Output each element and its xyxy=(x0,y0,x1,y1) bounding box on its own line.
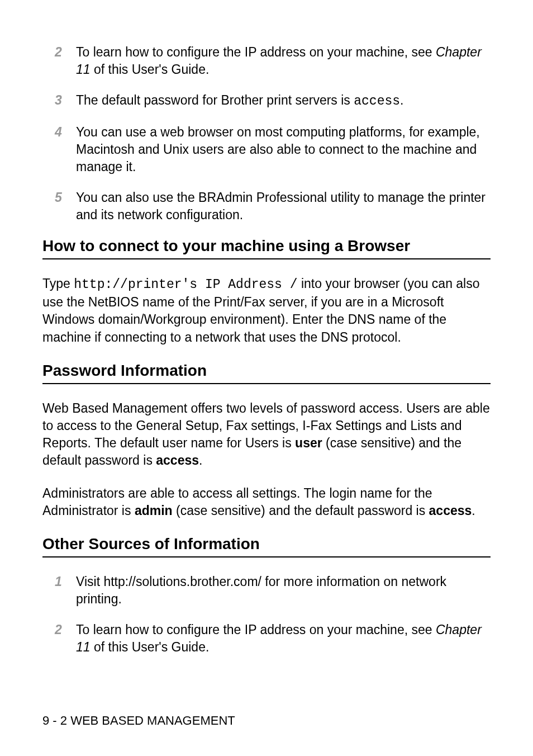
text-fragment: Type xyxy=(42,276,74,291)
list-number: 1 xyxy=(55,573,72,608)
list-item: 5 You can also use the BRAdmin Professio… xyxy=(55,189,491,224)
text-fragment: To learn how to configure the IP address… xyxy=(76,622,436,637)
text-fragment: . xyxy=(400,93,403,107)
section-heading-sources: Other Sources of Information xyxy=(42,535,491,553)
bold-text: access xyxy=(429,503,472,518)
text-fragment: of this User's Guide. xyxy=(91,62,210,77)
section-heading-password: Password Information xyxy=(42,362,491,380)
list-number: 2 xyxy=(55,44,72,78)
list-item: 1 Visit http://solutions.brother.com/ fo… xyxy=(55,573,491,608)
text-fragment: To learn how to configure the IP address… xyxy=(76,45,436,59)
list-text: To learn how to configure the IP address… xyxy=(76,621,491,656)
bold-text: admin xyxy=(135,503,173,518)
page-footer: 9 - 2 WEB BASED MANAGEMENT xyxy=(42,714,235,728)
code-text: http://printer's IP Address / xyxy=(74,277,297,292)
paragraph: Web Based Management offers two levels o… xyxy=(42,400,491,469)
section-divider xyxy=(42,556,491,557)
section-divider xyxy=(42,258,491,259)
list-text: The default password for Brother print s… xyxy=(76,92,491,110)
code-text: access xyxy=(354,94,400,108)
paragraph: Type http://printer's IP Address / into … xyxy=(42,275,491,346)
text-fragment: . xyxy=(199,453,202,467)
list-number: 5 xyxy=(55,189,72,224)
paragraph: Administrators are able to access all se… xyxy=(42,485,491,519)
bold-text: access xyxy=(156,453,199,467)
list-item: 2 To learn how to configure the IP addre… xyxy=(55,44,491,78)
list-text: You can use a web browser on most comput… xyxy=(76,124,491,176)
list-text: Visit http://solutions.brother.com/ for … xyxy=(76,573,491,608)
list-number: 4 xyxy=(55,124,72,176)
list-number: 2 xyxy=(55,621,72,656)
list-item: 2 To learn how to configure the IP addre… xyxy=(55,621,491,656)
text-fragment: The default password for Brother print s… xyxy=(76,93,354,107)
text-fragment: of this User's Guide. xyxy=(91,640,210,654)
bold-text: user xyxy=(295,436,322,450)
list-item: 3 The default password for Brother print… xyxy=(55,92,491,110)
list-item: 4 You can use a web browser on most comp… xyxy=(55,124,491,176)
section-divider xyxy=(42,383,491,384)
list-text: To learn how to configure the IP address… xyxy=(76,44,491,78)
list-text: You can also use the BRAdmin Professiona… xyxy=(76,189,491,224)
section-heading-connect: How to connect to your machine using a B… xyxy=(42,237,491,255)
list-number: 3 xyxy=(55,92,72,110)
text-fragment: (case sensitive) and the default passwor… xyxy=(173,503,429,518)
text-fragment: . xyxy=(472,503,475,518)
